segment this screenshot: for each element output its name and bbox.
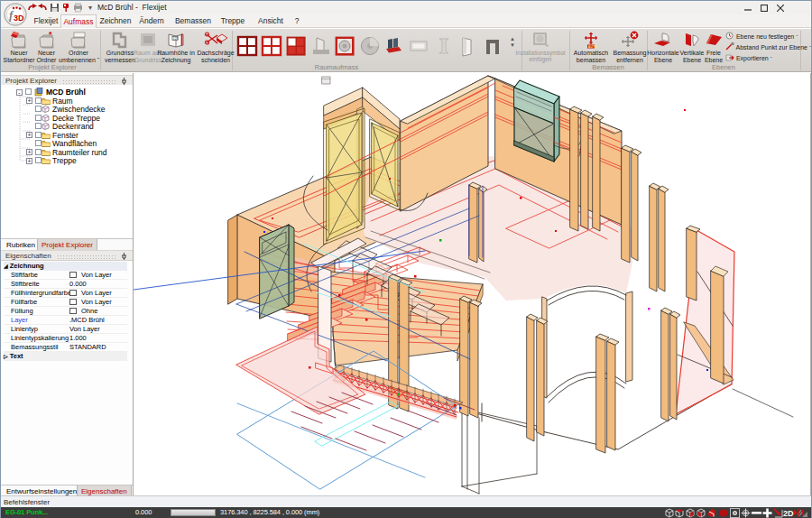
svg-text:3D: 3D (14, 14, 24, 23)
svg-text:*: * (49, 31, 52, 39)
svg-text:+: + (545, 42, 549, 50)
svg-text:123: 123 (173, 37, 179, 41)
svg-text:AUTO: AUTO (588, 45, 597, 49)
